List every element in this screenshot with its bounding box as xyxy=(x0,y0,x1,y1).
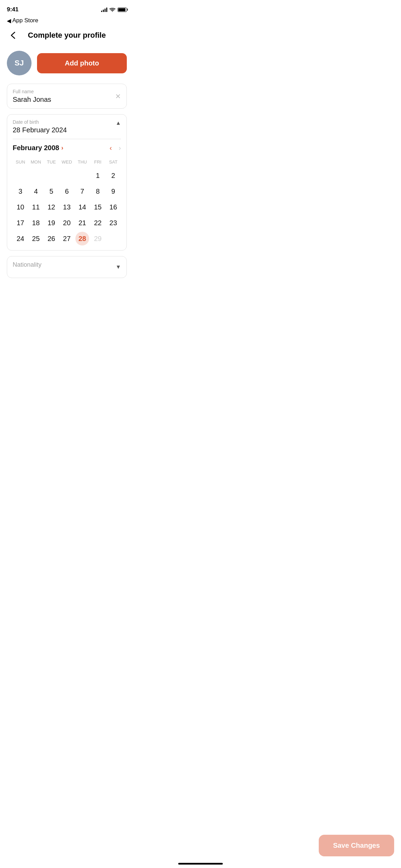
signal-icon xyxy=(101,7,107,12)
date-field-collapse-button[interactable]: ▲ xyxy=(116,120,121,126)
form-section: Full name Sarah Jonas ✕ Date of birth 28… xyxy=(0,84,134,278)
date-field-top: Date of birth 28 February 2024 ▲ xyxy=(13,119,121,134)
app-store-back-label: App Store xyxy=(12,17,38,24)
calendar-day xyxy=(60,169,74,182)
calendar-day[interactable]: 3 xyxy=(14,184,27,198)
back-button[interactable] xyxy=(7,29,19,41)
full-name-value: Sarah Jonas xyxy=(13,96,121,104)
calendar-day[interactable]: 17 xyxy=(14,216,27,230)
date-field-info: Date of birth 28 February 2024 xyxy=(13,119,67,134)
calendar-month-arrow: › xyxy=(61,144,63,152)
calendar-grid: SUN MON TUE WED THU FRI SAT 123456789101… xyxy=(13,158,121,245)
calendar-day[interactable]: 7 xyxy=(75,184,89,198)
calendar-day[interactable]: 10 xyxy=(14,200,27,214)
weekday-tue: TUE xyxy=(44,158,59,166)
date-of-birth-label: Date of birth xyxy=(13,119,67,125)
calendar-day[interactable]: 23 xyxy=(106,216,120,230)
add-photo-button[interactable]: Add photo xyxy=(37,53,127,73)
app-store-back-row[interactable]: ◀ App Store xyxy=(0,16,134,27)
calendar-day[interactable]: 27 xyxy=(60,232,74,245)
calendar-nav: ‹ › xyxy=(110,144,121,152)
calendar-day[interactable]: 9 xyxy=(106,184,120,198)
calendar-day[interactable]: 2 xyxy=(106,169,120,182)
calendar-day xyxy=(14,169,27,182)
calendar-days: 1234567891011121314151617181920212223242… xyxy=(13,169,121,245)
calendar-day[interactable]: 15 xyxy=(91,200,105,214)
wifi-icon xyxy=(109,7,116,12)
calendar-weekdays: SUN MON TUE WED THU FRI SAT xyxy=(13,158,121,166)
calendar-day[interactable]: 16 xyxy=(106,200,120,214)
status-bar: 9:41 xyxy=(0,0,134,16)
weekday-sun: SUN xyxy=(13,158,28,166)
calendar-prev-button[interactable]: ‹ xyxy=(110,144,112,152)
calendar-day[interactable]: 13 xyxy=(60,200,74,214)
nationality-dropdown-button[interactable]: ▼ xyxy=(116,264,121,270)
calendar-day[interactable]: 11 xyxy=(29,200,43,214)
full-name-label: Full name xyxy=(13,89,121,94)
calendar-day[interactable]: 12 xyxy=(45,200,58,214)
calendar-day xyxy=(29,169,43,182)
profile-section: SJ Add photo xyxy=(0,45,134,84)
weekday-wed: WED xyxy=(59,158,74,166)
calendar-day[interactable]: 8 xyxy=(91,184,105,198)
status-time: 9:41 xyxy=(7,6,19,13)
calendar-month-year[interactable]: February 2008 › xyxy=(13,144,63,152)
calendar-next-button[interactable]: › xyxy=(119,144,121,152)
weekday-fri: FRI xyxy=(90,158,106,166)
status-icons xyxy=(101,7,127,12)
calendar-day[interactable]: 5 xyxy=(45,184,58,198)
calendar-month-year-text: February 2008 xyxy=(13,144,59,152)
app-store-back-arrow: ◀ xyxy=(7,17,11,24)
nationality-placeholder: Nationality xyxy=(13,261,121,268)
battery-icon xyxy=(118,8,127,12)
calendar-day[interactable]: 4 xyxy=(29,184,43,198)
date-of-birth-value: 28 February 2024 xyxy=(13,126,67,134)
svg-point-0 xyxy=(112,11,113,12)
nationality-field: Nationality ▼ xyxy=(7,256,127,278)
weekday-mon: MON xyxy=(28,158,44,166)
full-name-clear-button[interactable]: ✕ xyxy=(115,92,121,100)
calendar-divider xyxy=(13,139,121,139)
calendar-day[interactable]: 28 xyxy=(75,232,89,245)
page-title: Complete your profile xyxy=(28,31,106,40)
calendar-day xyxy=(75,169,89,182)
full-name-field: Full name Sarah Jonas ✕ xyxy=(7,84,127,109)
calendar-header: February 2008 › ‹ › xyxy=(13,144,121,152)
calendar-day[interactable]: 29 xyxy=(91,232,105,245)
date-of-birth-field: Date of birth 28 February 2024 ▲ Februar… xyxy=(7,114,127,251)
calendar-day[interactable]: 24 xyxy=(14,232,27,245)
nav-header: Complete your profile xyxy=(0,27,134,45)
calendar-day[interactable]: 18 xyxy=(29,216,43,230)
calendar-day[interactable]: 25 xyxy=(29,232,43,245)
calendar-day[interactable]: 20 xyxy=(60,216,74,230)
calendar-day[interactable]: 1 xyxy=(91,169,105,182)
weekday-sat: SAT xyxy=(106,158,121,166)
calendar-day[interactable]: 6 xyxy=(60,184,74,198)
weekday-thu: THU xyxy=(75,158,90,166)
calendar-day[interactable]: 21 xyxy=(75,216,89,230)
calendar-day[interactable]: 26 xyxy=(45,232,58,245)
avatar: SJ xyxy=(7,51,32,75)
calendar-day[interactable]: 22 xyxy=(91,216,105,230)
calendar-day xyxy=(45,169,58,182)
calendar-day[interactable]: 14 xyxy=(75,200,89,214)
calendar-day[interactable]: 19 xyxy=(45,216,58,230)
